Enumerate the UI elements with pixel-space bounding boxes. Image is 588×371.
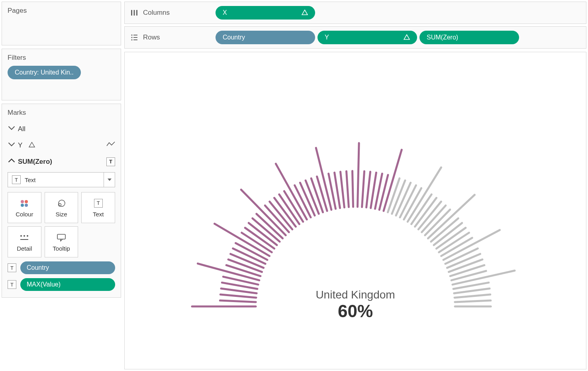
mark-type-select[interactable]: T Text bbox=[8, 172, 115, 187]
svg-rect-12 bbox=[134, 10, 135, 16]
rows-pill-sumzero-label: SUM(Zero) bbox=[427, 34, 458, 41]
svg-point-1 bbox=[25, 200, 28, 203]
filters-panel: Filters Country: United Kin.. bbox=[2, 49, 121, 100]
svg-point-18 bbox=[131, 39, 132, 40]
text-button[interactable]: T Text bbox=[81, 192, 115, 223]
marks-field-maxvalue[interactable]: T MAX(Value) bbox=[8, 278, 115, 291]
gauge-tick bbox=[353, 171, 353, 207]
dropdown-caret-icon[interactable] bbox=[104, 173, 115, 187]
gauge-tick bbox=[226, 265, 261, 276]
svg-rect-11 bbox=[131, 10, 132, 16]
gauge-tick bbox=[341, 172, 345, 207]
filter-pill-label: Country: United Kin.. bbox=[15, 69, 74, 76]
gauge-tick bbox=[450, 265, 484, 276]
svg-point-2 bbox=[21, 204, 24, 207]
marks-field-country[interactable]: T Country bbox=[8, 261, 115, 274]
rows-shelf[interactable]: Rows Country Y SUM(Zero) bbox=[124, 26, 586, 49]
columns-pill-x-label: X bbox=[223, 9, 227, 16]
marks-y-label: Y bbox=[18, 141, 22, 149]
svg-point-7 bbox=[24, 235, 25, 237]
tooltip-icon bbox=[57, 232, 66, 243]
colour-button[interactable]: Colour bbox=[8, 192, 41, 223]
size-icon bbox=[57, 198, 66, 208]
columns-pill-x[interactable]: X bbox=[216, 6, 315, 20]
rows-pill-y[interactable]: Y bbox=[318, 31, 417, 44]
svg-point-0 bbox=[21, 200, 24, 203]
columns-label: Columns bbox=[143, 9, 170, 17]
svg-rect-17 bbox=[133, 37, 137, 38]
tooltip-label: Tooltip bbox=[53, 245, 70, 252]
rows-pill-country[interactable]: Country bbox=[216, 31, 315, 44]
svg-rect-10 bbox=[57, 234, 65, 239]
rows-pill-y-label: Y bbox=[325, 34, 329, 41]
delta-icon bbox=[29, 141, 35, 149]
text-type-icon: T bbox=[8, 263, 16, 272]
svg-rect-9 bbox=[20, 239, 28, 240]
tooltip-button[interactable]: Tooltip bbox=[45, 226, 78, 257]
text-label: Text bbox=[93, 211, 104, 218]
gauge-tick bbox=[220, 294, 256, 298]
marks-field-maxvalue-label: MAX(Value) bbox=[27, 281, 61, 288]
text-type-icon: T bbox=[8, 280, 16, 289]
delta-icon bbox=[404, 34, 410, 41]
pages-panel: Pages bbox=[2, 2, 121, 45]
marks-all-label: All bbox=[18, 125, 25, 133]
visualization-area: United Kingdom 60% bbox=[124, 52, 586, 369]
delta-icon bbox=[302, 10, 308, 16]
detail-label: Detail bbox=[17, 245, 32, 252]
pages-title: Pages bbox=[8, 7, 115, 15]
svg-rect-13 bbox=[136, 10, 137, 16]
mark-type-label: Text bbox=[25, 177, 36, 183]
chevron-up-icon bbox=[8, 157, 14, 167]
filters-title: Filters bbox=[8, 54, 115, 62]
gauge-tick bbox=[358, 143, 359, 207]
gauge-tick bbox=[455, 300, 491, 302]
filter-pill-country[interactable]: Country: United Kin.. bbox=[8, 66, 81, 79]
svg-point-8 bbox=[27, 235, 28, 237]
marks-all-row[interactable]: All bbox=[8, 121, 115, 137]
rows-pill-country-label: Country bbox=[223, 34, 245, 41]
gauge-tick bbox=[347, 171, 349, 207]
rows-icon bbox=[130, 34, 138, 41]
text-type-icon: T bbox=[106, 157, 115, 166]
text-type-icon: T bbox=[12, 175, 21, 184]
rows-label: Rows bbox=[143, 33, 160, 41]
gauge-tick bbox=[454, 289, 490, 293]
gauge-tick bbox=[220, 300, 256, 302]
line-chart-icon bbox=[106, 141, 115, 149]
gauge-tick bbox=[317, 177, 327, 211]
marks-sumzero-row[interactable]: SUM(Zero) T bbox=[8, 153, 115, 170]
marks-y-row[interactable]: Y bbox=[8, 137, 115, 153]
gauge-value: 60% bbox=[316, 301, 395, 321]
marks-title: Marks bbox=[8, 109, 115, 117]
svg-point-6 bbox=[20, 235, 22, 237]
gauge-tick bbox=[362, 171, 365, 207]
size-label: Size bbox=[55, 211, 67, 218]
gauge-tick bbox=[221, 289, 257, 293]
svg-point-16 bbox=[131, 37, 132, 38]
gauge-center-label: United Kingdom 60% bbox=[316, 289, 395, 321]
gauge-tick bbox=[367, 172, 370, 207]
text-icon: T bbox=[94, 198, 103, 208]
marks-field-country-label: Country bbox=[27, 264, 49, 271]
chevron-down-icon bbox=[8, 140, 14, 150]
marks-sumzero-label: SUM(Zero) bbox=[18, 158, 52, 166]
svg-point-3 bbox=[25, 204, 28, 207]
size-button[interactable]: Size bbox=[45, 192, 78, 223]
chevron-down-icon bbox=[8, 124, 14, 134]
svg-rect-19 bbox=[133, 39, 137, 40]
columns-shelf[interactable]: Columns X bbox=[124, 2, 586, 24]
svg-rect-15 bbox=[133, 35, 137, 35]
gauge-tick bbox=[455, 294, 490, 298]
detail-button[interactable]: Detail bbox=[8, 226, 41, 257]
rows-pill-sumzero[interactable]: SUM(Zero) bbox=[419, 31, 519, 44]
gauge-country: United Kingdom bbox=[316, 289, 395, 301]
svg-point-14 bbox=[131, 34, 132, 35]
colour-label: Colour bbox=[16, 211, 33, 218]
columns-icon bbox=[130, 9, 138, 16]
colour-icon bbox=[20, 198, 29, 208]
marks-panel: Marks All Y bbox=[2, 104, 121, 298]
detail-icon bbox=[20, 232, 29, 243]
